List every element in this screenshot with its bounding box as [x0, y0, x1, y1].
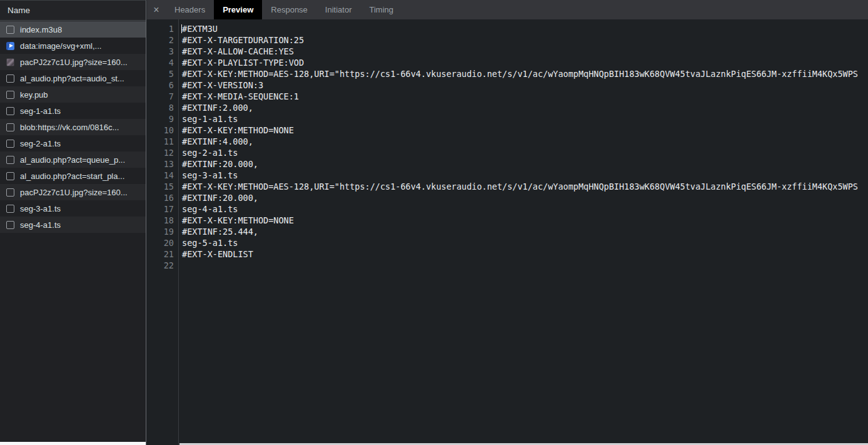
- line-number: 17: [147, 203, 178, 215]
- code-line: #EXT-X-VERSION:3: [182, 79, 868, 91]
- request-name: al_audio.php?act=audio_st...: [20, 74, 124, 83]
- file-icon: [6, 26, 14, 34]
- request-name: seg-1-a1.ts: [20, 106, 61, 116]
- code-line: #EXT-X-PLAYLIST-TYPE:VOD: [182, 57, 868, 68]
- line-number: 14: [147, 170, 178, 181]
- line-number: 5: [147, 68, 178, 79]
- line-number: 2: [147, 34, 178, 46]
- code-line: seg-2-a1.ts: [182, 147, 868, 158]
- line-number: 13: [147, 158, 178, 170]
- request-row[interactable]: index.m3u8: [0, 21, 146, 38]
- line-number: 20: [147, 237, 178, 248]
- code-line: #EXT-X-KEY:METHOD=NONE: [182, 125, 868, 136]
- tab-initiator[interactable]: Initiator: [316, 0, 361, 19]
- code-line: #EXT-X-KEY:METHOD=AES-128,URI="https://c…: [182, 68, 868, 79]
- file-icon: [6, 188, 14, 197]
- request-name: seg-3-a1.ts: [20, 204, 61, 213]
- request-name: seg-4-a1.ts: [20, 220, 61, 230]
- code-line: [182, 260, 868, 271]
- code-line: #EXTINF:4.000,: [182, 136, 868, 147]
- line-number: 18: [147, 215, 178, 226]
- sidebar-scrollbar[interactable]: [0, 442, 146, 445]
- tab-response[interactable]: Response: [262, 0, 316, 19]
- media-icon: [6, 42, 14, 50]
- request-name: blob:https://vk.com/0816c...: [20, 123, 119, 132]
- code-line: #EXT-X-MEDIA-SEQUENCE:1: [182, 91, 868, 102]
- request-row[interactable]: pacPJ2z7c1U.jpg?size=160...: [0, 54, 146, 70]
- code-line: seg-5-a1.ts: [182, 237, 868, 248]
- request-row[interactable]: key.pub: [0, 86, 146, 103]
- request-name: key.pub: [20, 90, 48, 100]
- request-row[interactable]: seg-3-a1.ts: [0, 200, 146, 217]
- code-line: #EXTINF:2.000,: [182, 102, 868, 113]
- request-row[interactable]: seg-1-a1.ts: [0, 103, 146, 119]
- line-number: 7: [147, 91, 178, 102]
- line-number: 1: [147, 23, 178, 34]
- line-number: 8: [147, 102, 178, 113]
- request-list: index.m3u8 data:image/svg+xml,... pacPJ2…: [0, 21, 146, 233]
- line-number: 16: [147, 192, 178, 203]
- request-name: seg-2-a1.ts: [20, 139, 61, 148]
- line-number: 11: [147, 136, 178, 147]
- request-row[interactable]: blob:https://vk.com/0816c...: [0, 119, 146, 135]
- thumbnail-icon: [6, 58, 14, 66]
- code-line: seg-1-a1.ts: [182, 113, 868, 125]
- code-view[interactable]: #EXTM3U#EXT-X-TARGETDURATION:25#EXT-X-AL…: [179, 19, 868, 445]
- code-line: #EXT-X-KEY:METHOD=AES-128,URI="https://c…: [182, 181, 868, 192]
- name-column-label: Name: [8, 6, 30, 15]
- file-icon: [6, 205, 14, 213]
- file-icon: [6, 107, 14, 115]
- file-icon: [6, 221, 14, 229]
- file-icon: [6, 172, 14, 180]
- line-number: 12: [147, 147, 178, 158]
- requests-sidebar: Name index.m3u8 data:image/svg+xml,... p…: [0, 0, 146, 445]
- request-row[interactable]: al_audio.php?act=start_pla...: [0, 168, 146, 184]
- devtools-network-panel: Name index.m3u8 data:image/svg+xml,... p…: [0, 0, 868, 445]
- code-line: #EXT-X-TARGETDURATION:25: [182, 34, 868, 46]
- code-line: #EXTINF:25.444,: [182, 226, 868, 237]
- tab-preview[interactable]: Preview: [214, 0, 262, 19]
- text-caret: [181, 24, 183, 33]
- file-icon: [6, 156, 14, 164]
- tab-timing[interactable]: Timing: [360, 0, 402, 19]
- line-number: 15: [147, 181, 178, 192]
- request-name: pacPJ2z7c1U.jpg?size=160...: [20, 58, 128, 67]
- tab-strip: Headers Preview Response Initiator Timin…: [166, 0, 402, 19]
- preview-pane: 12345678910111213141516171819202122 #EXT…: [147, 19, 868, 445]
- line-number: 4: [147, 57, 178, 68]
- request-name: al_audio.php?act=start_pla...: [20, 171, 124, 181]
- code-line: #EXTINF:20.000,: [182, 192, 868, 203]
- detail-tabbar: × Headers Preview Response Initiator Tim…: [147, 0, 868, 19]
- file-icon: [6, 74, 14, 83]
- code-line: #EXTINF:20.000,: [182, 158, 868, 170]
- request-row[interactable]: al_audio.php?act=audio_st...: [0, 70, 146, 86]
- request-name: pacPJ2z7c1U.jpg?size=160...: [20, 188, 128, 197]
- code-line: #EXT-X-ALLOW-CACHE:YES: [182, 46, 868, 57]
- line-number-gutter: 12345678910111213141516171819202122: [147, 19, 179, 445]
- request-name: data:image/svg+xml,...: [20, 41, 101, 51]
- code-line: #EXTM3U: [182, 23, 868, 34]
- request-detail-pane: × Headers Preview Response Initiator Tim…: [147, 0, 868, 445]
- request-row[interactable]: seg-2-a1.ts: [0, 135, 146, 151]
- line-number: 6: [147, 79, 178, 91]
- file-icon: [6, 123, 14, 131]
- request-name: index.m3u8: [20, 25, 62, 34]
- code-line: #EXT-X-KEY:METHOD=NONE: [182, 215, 868, 226]
- close-icon[interactable]: ×: [147, 0, 166, 19]
- request-row[interactable]: al_audio.php?act=queue_p...: [0, 151, 146, 168]
- code-line: seg-3-a1.ts: [182, 170, 868, 181]
- request-name: al_audio.php?act=queue_p...: [20, 155, 125, 165]
- name-column-header[interactable]: Name: [0, 1, 146, 21]
- line-number: 19: [147, 226, 178, 237]
- tab-headers[interactable]: Headers: [166, 0, 214, 19]
- file-icon: [6, 140, 14, 148]
- line-number: 9: [147, 113, 178, 125]
- code-line: seg-4-a1.ts: [182, 203, 868, 215]
- line-number: 10: [147, 125, 178, 136]
- file-icon: [6, 91, 14, 99]
- request-row[interactable]: pacPJ2z7c1U.jpg?size=160...: [0, 184, 146, 200]
- line-number: 3: [147, 46, 178, 57]
- code-line: #EXT-X-ENDLIST: [182, 248, 868, 260]
- request-row[interactable]: data:image/svg+xml,...: [0, 38, 146, 54]
- request-row[interactable]: seg-4-a1.ts: [0, 217, 146, 233]
